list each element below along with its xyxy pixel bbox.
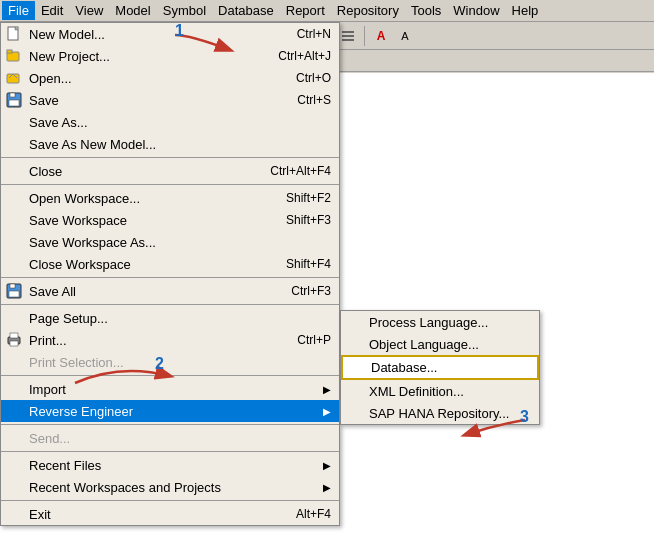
sep-6 [1,424,339,425]
sep-8 [1,500,339,501]
menu-item-save-as[interactable]: Save As... [1,111,339,133]
open-icon [3,70,25,86]
menu-item-save-as-new-model[interactable]: Save As New Model... [1,133,339,155]
svg-rect-30 [10,341,18,346]
sep-1 [1,157,339,158]
menu-file[interactable]: File [2,1,35,20]
import-arrow-icon: ▶ [323,384,331,395]
sep-7 [1,451,339,452]
sep-3 [1,277,339,278]
svg-rect-21 [7,74,19,83]
menu-item-open[interactable]: Open... Ctrl+O [1,67,339,89]
sep-5 [1,375,339,376]
svg-rect-20 [7,50,12,53]
menu-item-reverse-engineer[interactable]: Reverse Engineer ▶ [1,400,339,422]
svg-rect-24 [9,100,19,106]
menu-item-save[interactable]: Save Ctrl+S [1,89,339,111]
toolbar-text-color[interactable]: A [370,25,392,47]
menubar: File Edit View Model Symbol Database Rep… [0,0,654,22]
menu-item-save-all[interactable]: Save All Ctrl+F3 [1,280,339,302]
menu-item-open-workspace[interactable]: Open Workspace... Shift+F2 [1,187,339,209]
menu-item-exit[interactable]: Exit Alt+F4 [1,503,339,525]
menu-item-page-setup[interactable]: Page Setup... [1,307,339,329]
reverse-engineer-submenu: Process Language... Object Language... D… [340,310,540,425]
submenu-item-database[interactable]: Database... [341,355,539,380]
submenu-item-process-language[interactable]: Process Language... [341,311,539,333]
menu-window[interactable]: Window [447,1,505,20]
new-model-icon [3,26,25,42]
print-icon [3,332,25,348]
menu-model[interactable]: Model [109,1,156,20]
menu-item-save-workspace[interactable]: Save Workspace Shift+F3 [1,209,339,231]
submenu-item-xml-definition[interactable]: XML Definition... [341,380,539,402]
menu-view[interactable]: View [69,1,109,20]
menu-item-print[interactable]: Print... Ctrl+P [1,329,339,351]
menu-database[interactable]: Database [212,1,280,20]
svg-rect-17 [342,39,354,41]
menu-symbol[interactable]: Symbol [157,1,212,20]
menu-item-recent-files[interactable]: Recent Files ▶ [1,454,339,476]
menu-item-close-workspace[interactable]: Close Workspace Shift+F4 [1,253,339,275]
toolbar-font[interactable]: A [394,25,416,47]
recent-files-arrow-icon: ▶ [323,460,331,471]
menu-item-import[interactable]: Import ▶ [1,378,339,400]
submenu-item-object-language[interactable]: Object Language... [341,333,539,355]
menu-repository[interactable]: Repository [331,1,405,20]
menu-item-close[interactable]: Close Ctrl+Alt+F4 [1,160,339,182]
svg-rect-23 [10,93,15,97]
menu-help[interactable]: Help [506,1,545,20]
save-icon [3,92,25,108]
svg-rect-16 [342,35,354,37]
menu-item-recent-workspaces[interactable]: Recent Workspaces and Projects ▶ [1,476,339,498]
toolbar-properties[interactable] [337,25,359,47]
toolbar-sep-6 [364,26,365,46]
menu-item-send: Send... [1,427,339,449]
sep-4 [1,304,339,305]
save-all-icon [3,283,25,299]
svg-rect-15 [342,31,354,33]
menu-edit[interactable]: Edit [35,1,69,20]
menu-tools[interactable]: Tools [405,1,447,20]
reverse-engineer-arrow-icon: ▶ [323,406,331,417]
new-project-icon [3,48,25,64]
menu-item-save-workspace-as[interactable]: Save Workspace As... [1,231,339,253]
sep-2 [1,184,339,185]
svg-rect-26 [10,284,15,288]
menu-item-new-model[interactable]: New Model... Ctrl+N [1,23,339,45]
svg-rect-27 [9,291,19,297]
menu-item-new-project[interactable]: New Project... Ctrl+Alt+J [1,45,339,67]
menu-report[interactable]: Report [280,1,331,20]
svg-rect-29 [10,333,18,338]
recent-workspaces-arrow-icon: ▶ [323,482,331,493]
menu-item-print-selection: Print Selection... [1,351,339,373]
submenu-item-sap-hana[interactable]: SAP HANA Repository... [341,402,539,424]
file-menu-dropdown: New Model... Ctrl+N New Project... Ctrl+… [0,22,340,526]
